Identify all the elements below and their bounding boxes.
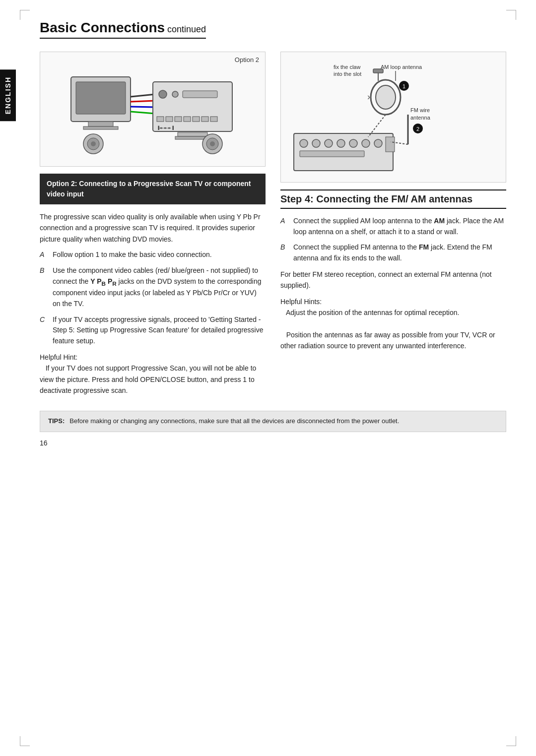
svg-point-50 — [374, 139, 382, 147]
svg-rect-16 — [193, 117, 200, 122]
svg-point-24 — [91, 141, 96, 146]
page-container: Basic Connections continued Option 2 — [0, 0, 536, 756]
body-text-progressive: The progressive scan video quality is on… — [40, 211, 266, 245]
svg-line-7 — [131, 112, 155, 114]
page-title: Basic Connections continued — [40, 20, 206, 39]
right-column: fix the claw into the slot AM loop anten… — [280, 52, 506, 396]
list-content-b: Use the component video cables (red/ blu… — [53, 265, 266, 310]
step4-heading: Step 4: Connecting the FM/ AM antennas — [280, 189, 506, 209]
tips-bar: TIPS: Before making or changing any conn… — [40, 411, 506, 432]
svg-rect-8 — [153, 82, 232, 131]
title-continued: continued — [165, 24, 206, 34]
list-content-a: Follow option 1 to make the basic video … — [53, 250, 212, 260]
hint-text-right-1: Adjust the position of the antennas for … — [286, 309, 459, 316]
svg-point-47 — [337, 139, 345, 147]
svg-rect-12 — [157, 117, 164, 122]
svg-point-44 — [300, 139, 308, 147]
svg-rect-13 — [166, 117, 173, 122]
svg-text:1: 1 — [402, 83, 405, 89]
dvd-diagram-svg: ▐◂▸◂▸◂▸▐ — [68, 57, 237, 161]
hints-label-right: Helpful Hints: — [280, 298, 322, 306]
svg-point-49 — [362, 139, 370, 147]
list-letter-c: C — [40, 315, 48, 347]
right-list-letter-b: B — [280, 242, 288, 263]
hint-text-right-2: Position the antennas as far away as pos… — [280, 331, 495, 350]
svg-point-46 — [325, 139, 333, 147]
svg-rect-1 — [76, 82, 126, 114]
list-item-a: A Follow option 1 to make the basic vide… — [40, 250, 266, 260]
list-item-b: B Use the component video cables (red/ b… — [40, 265, 266, 310]
svg-rect-18 — [210, 117, 217, 122]
hint-label-left: Helpful Hint: — [40, 353, 77, 361]
svg-text:into the slot: into the slot — [334, 71, 361, 77]
svg-line-6 — [131, 107, 155, 107]
right-list-item-b: B Connect the supplied FM antenna to the… — [280, 242, 506, 263]
svg-point-48 — [349, 139, 357, 147]
svg-rect-51 — [386, 137, 395, 152]
svg-rect-17 — [201, 117, 208, 122]
svg-text:AM loop antenna: AM loop antenna — [381, 64, 422, 70]
svg-line-4 — [131, 94, 155, 97]
svg-rect-36 — [373, 69, 383, 73]
svg-rect-14 — [175, 117, 182, 122]
left-diagram: Option 2 — [40, 52, 266, 167]
svg-text:›: › — [367, 92, 370, 102]
right-diagram: fix the claw into the slot AM loop anten… — [280, 52, 506, 183]
option-label: Option 2 — [235, 56, 259, 63]
tips-text: Before making or changing any connection… — [69, 416, 399, 426]
svg-line-5 — [131, 101, 155, 102]
helpful-hint-left: Helpful Hint: If your TV does not suppor… — [40, 352, 266, 396]
page-number: 16 — [40, 439, 506, 447]
svg-text:antenna: antenna — [410, 115, 431, 121]
list-item-c: C If your TV accepts progressive signals… — [40, 315, 266, 347]
svg-text:FM wire: FM wire — [410, 107, 430, 113]
page-header: Basic Connections continued — [40, 20, 506, 42]
right-list-content-a: Connect the supplied AM loop antenna to … — [293, 216, 506, 237]
title-text: Basic Connections — [40, 20, 165, 35]
svg-rect-20 — [178, 132, 207, 136]
svg-point-27 — [210, 141, 215, 146]
right-list-item-a: A Connect the supplied AM loop antenna t… — [280, 216, 506, 237]
svg-text:2: 2 — [416, 126, 419, 132]
svg-point-35 — [376, 85, 396, 109]
two-column-layout: Option 2 — [40, 52, 506, 396]
svg-point-45 — [312, 139, 320, 147]
step4-heading-text: Step 4: Connecting the FM/ AM antennas — [280, 193, 472, 204]
helpful-hints-right: Helpful Hints: Adjust the position of th… — [280, 296, 506, 352]
option2-caption: Option 2: Connecting to a Progressive Sc… — [40, 174, 266, 204]
svg-rect-11 — [183, 91, 217, 98]
svg-point-9 — [159, 90, 167, 98]
tips-label: TIPS: — [48, 416, 65, 426]
left-column: Option 2 — [40, 52, 266, 396]
fm-stereo-text: For better FM stereo reception, connect … — [280, 269, 506, 291]
svg-text:fix the claw: fix the claw — [334, 64, 360, 70]
svg-rect-3 — [83, 126, 118, 129]
right-list-letter-a: A — [280, 216, 288, 237]
list-letter-b: B — [40, 265, 48, 310]
hint-text-left: If your TV does not support Progressive … — [40, 364, 256, 394]
svg-rect-2 — [88, 122, 113, 126]
list-letter-a: A — [40, 250, 48, 260]
svg-point-10 — [172, 91, 178, 97]
svg-rect-15 — [184, 117, 191, 122]
antenna-diagram-svg: fix the claw into the slot AM loop anten… — [289, 60, 448, 174]
right-list-content-b: Connect the supplied FM antenna to the F… — [293, 242, 506, 263]
svg-rect-52 — [300, 151, 364, 157]
list-content-c: If your TV accepts progressive signals, … — [53, 315, 266, 347]
